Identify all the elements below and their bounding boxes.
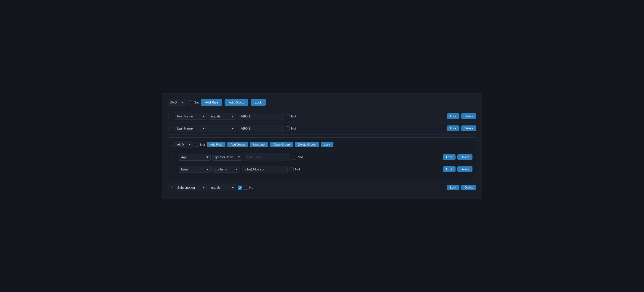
top-toolbar: AND OR Not Add Rule Add Group Lock <box>168 99 476 106</box>
group-rule-row-email: ^ v ⠿ Email First Name Last Name Age Sub… <box>172 163 472 175</box>
not-wrap-2: Not <box>286 126 296 130</box>
sort-arrows-2[interactable]: ^ v <box>168 126 169 131</box>
not-wrap-sub: Not <box>244 186 254 190</box>
group-toolbar: ^ v AND OR Not Add Rule Add Group Ungrou… <box>172 141 472 148</box>
query-builder: AND OR Not Add Rule Add Group Lock ^ v ⠿… <box>162 93 482 199</box>
top-add-group-button[interactable]: Add Group <box>224 99 248 106</box>
operator-select-sub[interactable]: equals = contains greater_than <box>208 184 236 191</box>
delete-button-1[interactable]: Delete <box>461 113 476 119</box>
drag-handle-2[interactable]: ⠿ <box>170 127 173 130</box>
lock-button-2[interactable]: Lock <box>447 125 460 131</box>
group-not-label: Not <box>200 143 205 146</box>
sort-arrows-sub[interactable]: ^ v <box>168 185 169 190</box>
top-lock-button[interactable]: Lock <box>251 99 266 106</box>
group-value-input-1[interactable] <box>244 154 290 161</box>
field-select-1[interactable]: First Name Last Name Age Email Subscript… <box>175 113 207 120</box>
group-sort-arrows[interactable]: ^ v <box>172 142 173 147</box>
group-operator-select-1[interactable]: greater_than equals = contains <box>212 154 242 161</box>
delete-button-sub[interactable]: Delete <box>461 185 476 190</box>
value-input-1[interactable] <box>238 113 284 120</box>
group-sort-arrows-2[interactable]: ^ v <box>172 167 173 172</box>
top-not-checkbox[interactable] <box>188 100 192 104</box>
field-select-2[interactable]: Last Name First Name Age Email Subscript… <box>175 125 207 132</box>
group-not-wrap-2: Not <box>290 167 300 171</box>
group-ungroup-button[interactable]: Ungroup <box>250 142 268 147</box>
group-clone-button[interactable]: Clone Group <box>270 142 293 147</box>
group-rule-row-age: ^ v ⠿ Age First Name Last Name Email Sub… <box>172 151 472 163</box>
not-checkbox-2[interactable] <box>286 126 290 130</box>
group-not-label-1: Not <box>298 155 303 159</box>
subscription-value-checkbox[interactable] <box>238 186 242 190</box>
group-drag-handle-2[interactable]: ⠿ <box>174 167 177 171</box>
group-not-wrap: Not <box>194 143 205 147</box>
top-add-rule-button[interactable]: Add Rule <box>201 99 222 106</box>
group-lock-button-1[interactable]: Lock <box>443 154 456 160</box>
group-delete-button-1[interactable]: Delete <box>458 154 472 160</box>
group-add-rule-button[interactable]: Add Rule <box>207 142 226 147</box>
group-operator-select[interactable]: AND OR <box>174 141 193 148</box>
group-sort-arrows-1[interactable]: ^ v <box>172 155 173 160</box>
not-label-1: Not <box>291 114 296 118</box>
group-field-select-2[interactable]: Email First Name Last Name Age Subscript… <box>178 166 211 173</box>
lock-button-sub[interactable]: Lock <box>447 185 460 190</box>
value-input-2[interactable] <box>238 125 284 132</box>
sort-arrows-1[interactable]: ^ v <box>168 114 169 119</box>
group-lock-button[interactable]: Lock <box>321 142 333 147</box>
not-checkbox-sub[interactable] <box>244 186 248 190</box>
top-not-label: Not <box>194 100 199 104</box>
lock-button-1[interactable]: Lock <box>447 113 460 119</box>
group-not-label-2: Not <box>295 167 300 171</box>
group-field-select-1[interactable]: Age First Name Last Name Email Subscript… <box>178 154 211 161</box>
not-label-sub: Not <box>249 186 254 189</box>
group-not-checkbox-1[interactable] <box>292 155 296 159</box>
delete-button-2[interactable]: Delete <box>461 125 476 131</box>
drag-handle-1[interactable]: ⠿ <box>170 114 173 118</box>
group-not-checkbox[interactable] <box>194 143 199 147</box>
operator-select-1[interactable]: equals = contains greater_than <box>208 113 236 120</box>
top-operator-select[interactable]: AND OR <box>168 99 186 106</box>
top-not-wrap: Not <box>188 100 199 104</box>
group-drag-handle-1[interactable]: ⠿ <box>174 155 177 159</box>
group-add-group-button[interactable]: Add Group <box>227 142 248 147</box>
group-delete-group-button[interactable]: Delete Group <box>295 142 319 147</box>
rule-row-subscription: ^ v ⠿ Subscription First Name Last Name … <box>168 182 476 193</box>
not-label-2: Not <box>291 127 296 130</box>
group-lock-button-2[interactable]: Lock <box>443 166 456 172</box>
not-wrap-1: Not <box>286 114 296 118</box>
nested-group: ^ v AND OR Not Add Rule Add Group Ungrou… <box>168 137 476 179</box>
operator-select-2[interactable]: = equals contains greater_than <box>208 125 236 132</box>
group-value-input-2[interactable] <box>242 166 288 173</box>
field-select-sub[interactable]: Subscription First Name Last Name Age Em… <box>175 184 207 191</box>
group-operator-select-2[interactable]: contains equals = greater_than <box>212 166 240 173</box>
rule-row-last-name: ^ v ⠿ Last Name First Name Age Email Sub… <box>168 122 476 135</box>
group-not-checkbox-2[interactable] <box>290 167 294 171</box>
group-not-wrap-1: Not <box>292 155 303 159</box>
drag-handle-sub[interactable]: ⠿ <box>170 186 173 189</box>
group-delete-button-2[interactable]: Delete <box>458 166 472 172</box>
not-checkbox-1[interactable] <box>286 114 290 118</box>
rule-row-first-name: ^ v ⠿ First Name Last Name Age Email Sub… <box>168 110 476 122</box>
